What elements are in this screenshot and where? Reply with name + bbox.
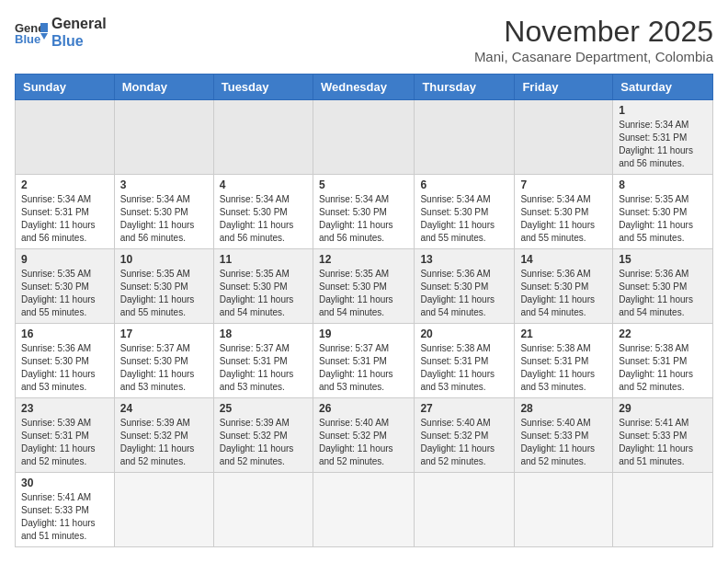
- day-info: Sunrise: 5:41 AM Sunset: 5:33 PM Dayligh…: [21, 491, 108, 543]
- day-info: Sunrise: 5:39 AM Sunset: 5:31 PM Dayligh…: [21, 417, 108, 468]
- table-row: 29Sunrise: 5:41 AM Sunset: 5:33 PM Dayli…: [613, 398, 713, 473]
- table-row: 28Sunrise: 5:40 AM Sunset: 5:33 PM Dayli…: [515, 398, 613, 473]
- table-row: 10Sunrise: 5:35 AM Sunset: 5:30 PM Dayli…: [114, 249, 213, 324]
- day-info: Sunrise: 5:38 AM Sunset: 5:31 PM Dayligh…: [619, 342, 707, 394]
- day-number: 3: [120, 178, 208, 191]
- day-number: 21: [520, 327, 607, 340]
- day-info: Sunrise: 5:37 AM Sunset: 5:30 PM Dayligh…: [120, 342, 208, 394]
- day-info: Sunrise: 5:35 AM Sunset: 5:30 PM Dayligh…: [21, 268, 108, 319]
- header-saturday: Saturday: [613, 75, 713, 100]
- table-row: [16, 100, 115, 175]
- day-number: 11: [220, 253, 307, 266]
- day-number: 10: [120, 253, 208, 266]
- day-number: 2: [21, 178, 108, 191]
- day-info: Sunrise: 5:40 AM Sunset: 5:32 PM Dayligh…: [319, 417, 408, 468]
- day-number: 26: [319, 402, 408, 415]
- day-info: Sunrise: 5:34 AM Sunset: 5:30 PM Dayligh…: [420, 193, 508, 245]
- table-row: [415, 473, 515, 547]
- calendar-week-row: 1Sunrise: 5:34 AM Sunset: 5:31 PM Daylig…: [16, 100, 713, 175]
- table-row: 13Sunrise: 5:36 AM Sunset: 5:30 PM Dayli…: [415, 249, 515, 324]
- day-number: 15: [619, 253, 707, 266]
- table-row: 9Sunrise: 5:35 AM Sunset: 5:30 PM Daylig…: [16, 249, 115, 324]
- calendar-week-row: 16Sunrise: 5:36 AM Sunset: 5:30 PM Dayli…: [16, 324, 713, 398]
- table-row: 20Sunrise: 5:38 AM Sunset: 5:31 PM Dayli…: [415, 324, 515, 398]
- table-row: [515, 100, 613, 175]
- table-row: [313, 473, 414, 547]
- day-number: 17: [120, 327, 208, 340]
- day-number: 20: [420, 327, 508, 340]
- day-info: Sunrise: 5:38 AM Sunset: 5:31 PM Dayligh…: [420, 342, 508, 394]
- day-number: 5: [319, 178, 408, 191]
- day-info: Sunrise: 5:35 AM Sunset: 5:30 PM Dayligh…: [120, 268, 208, 319]
- day-info: Sunrise: 5:36 AM Sunset: 5:30 PM Dayligh…: [21, 342, 108, 394]
- day-number: 28: [520, 402, 607, 415]
- table-row: 8Sunrise: 5:35 AM Sunset: 5:30 PM Daylig…: [613, 175, 713, 249]
- day-number: 8: [619, 178, 707, 191]
- header-wednesday: Wednesday: [313, 75, 414, 100]
- header-monday: Monday: [114, 75, 213, 100]
- day-info: Sunrise: 5:35 AM Sunset: 5:30 PM Dayligh…: [319, 268, 408, 319]
- table-row: 14Sunrise: 5:36 AM Sunset: 5:30 PM Dayli…: [515, 249, 613, 324]
- day-info: Sunrise: 5:34 AM Sunset: 5:30 PM Dayligh…: [120, 193, 208, 245]
- day-info: Sunrise: 5:36 AM Sunset: 5:30 PM Dayligh…: [420, 268, 508, 319]
- table-row: [114, 100, 213, 175]
- table-row: 24Sunrise: 5:39 AM Sunset: 5:32 PM Dayli…: [114, 398, 213, 473]
- header-friday: Friday: [515, 75, 613, 100]
- day-number: 29: [619, 402, 707, 415]
- day-info: Sunrise: 5:40 AM Sunset: 5:32 PM Dayligh…: [420, 417, 508, 468]
- logo-general-text: General: [51, 15, 107, 32]
- calendar-week-row: 30Sunrise: 5:41 AM Sunset: 5:33 PM Dayli…: [16, 473, 713, 547]
- month-title: November 2025: [474, 15, 713, 49]
- weekday-header-row: Sunday Monday Tuesday Wednesday Thursday…: [16, 75, 713, 100]
- day-info: Sunrise: 5:34 AM Sunset: 5:30 PM Dayligh…: [220, 193, 307, 245]
- table-row: 15Sunrise: 5:36 AM Sunset: 5:30 PM Dayli…: [613, 249, 713, 324]
- header: General Blue General Blue November 2025 …: [15, 15, 713, 64]
- table-row: [114, 473, 213, 547]
- table-row: 18Sunrise: 5:37 AM Sunset: 5:31 PM Dayli…: [213, 324, 313, 398]
- day-number: 30: [21, 477, 108, 489]
- table-row: [213, 473, 313, 547]
- day-info: Sunrise: 5:34 AM Sunset: 5:31 PM Dayligh…: [21, 193, 108, 245]
- day-number: 4: [220, 178, 307, 191]
- table-row: 22Sunrise: 5:38 AM Sunset: 5:31 PM Dayli…: [613, 324, 713, 398]
- day-number: 24: [120, 402, 208, 415]
- day-number: 16: [21, 327, 108, 340]
- day-info: Sunrise: 5:34 AM Sunset: 5:31 PM Dayligh…: [619, 119, 707, 170]
- table-row: 1Sunrise: 5:34 AM Sunset: 5:31 PM Daylig…: [613, 100, 713, 175]
- day-info: Sunrise: 5:34 AM Sunset: 5:30 PM Dayligh…: [520, 193, 607, 245]
- day-info: Sunrise: 5:36 AM Sunset: 5:30 PM Dayligh…: [619, 268, 707, 319]
- day-number: 7: [520, 178, 607, 191]
- table-row: [313, 100, 414, 175]
- table-row: 23Sunrise: 5:39 AM Sunset: 5:31 PM Dayli…: [16, 398, 115, 473]
- logo-blue-text: Blue: [51, 32, 107, 50]
- header-tuesday: Tuesday: [213, 75, 313, 100]
- header-sunday: Sunday: [16, 75, 115, 100]
- table-row: 6Sunrise: 5:34 AM Sunset: 5:30 PM Daylig…: [415, 175, 515, 249]
- svg-marker-3: [40, 33, 48, 40]
- day-info: Sunrise: 5:40 AM Sunset: 5:33 PM Dayligh…: [520, 417, 607, 468]
- table-row: 16Sunrise: 5:36 AM Sunset: 5:30 PM Dayli…: [16, 324, 115, 398]
- table-row: [415, 100, 515, 175]
- day-info: Sunrise: 5:34 AM Sunset: 5:30 PM Dayligh…: [319, 193, 408, 245]
- day-number: 27: [420, 402, 508, 415]
- table-row: [613, 473, 713, 547]
- day-info: Sunrise: 5:39 AM Sunset: 5:32 PM Dayligh…: [120, 417, 208, 468]
- table-row: 3Sunrise: 5:34 AM Sunset: 5:30 PM Daylig…: [114, 175, 213, 249]
- day-number: 9: [21, 253, 108, 266]
- day-number: 6: [420, 178, 508, 191]
- day-info: Sunrise: 5:35 AM Sunset: 5:30 PM Dayligh…: [220, 268, 307, 319]
- generalblue-logo-icon: General Blue: [15, 19, 48, 45]
- location-subtitle: Mani, Casanare Department, Colombia: [474, 49, 713, 64]
- table-row: 17Sunrise: 5:37 AM Sunset: 5:30 PM Dayli…: [114, 324, 213, 398]
- table-row: 11Sunrise: 5:35 AM Sunset: 5:30 PM Dayli…: [213, 249, 313, 324]
- day-number: 14: [520, 253, 607, 266]
- table-row: [515, 473, 613, 547]
- table-row: 5Sunrise: 5:34 AM Sunset: 5:30 PM Daylig…: [313, 175, 414, 249]
- table-row: 7Sunrise: 5:34 AM Sunset: 5:30 PM Daylig…: [515, 175, 613, 249]
- title-area: November 2025 Mani, Casanare Department,…: [474, 15, 713, 64]
- day-number: 25: [220, 402, 307, 415]
- svg-marker-2: [40, 23, 48, 32]
- day-number: 13: [420, 253, 508, 266]
- calendar-table: Sunday Monday Tuesday Wednesday Thursday…: [15, 74, 713, 547]
- day-number: 23: [21, 402, 108, 415]
